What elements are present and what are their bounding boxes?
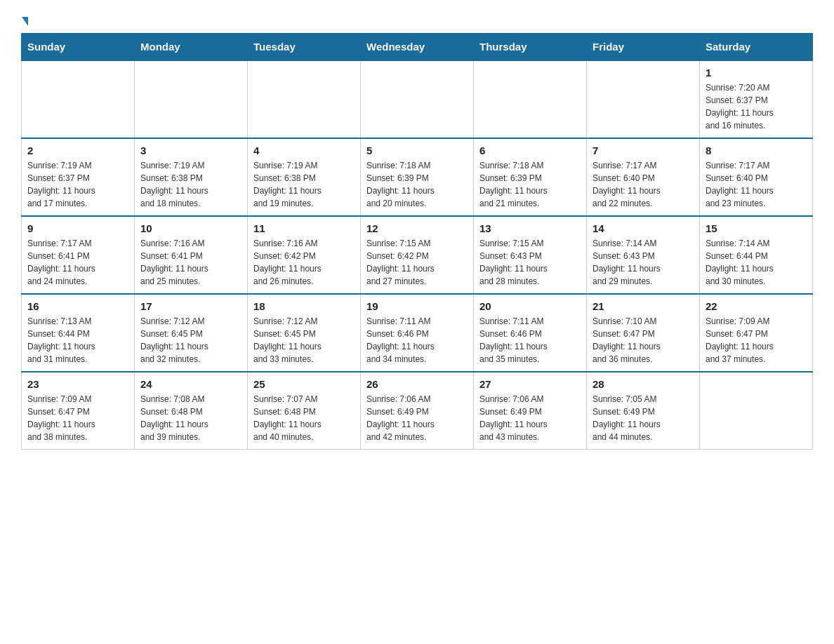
day-info: Sunrise: 7:17 AM Sunset: 6:40 PM Dayligh… (706, 159, 807, 210)
day-number: 15 (706, 222, 807, 234)
day-number: 21 (593, 300, 694, 312)
calendar-cell: 27Sunrise: 7:06 AM Sunset: 6:49 PM Dayli… (474, 372, 587, 450)
calendar-cell: 22Sunrise: 7:09 AM Sunset: 6:47 PM Dayli… (700, 294, 813, 372)
calendar-cell: 1Sunrise: 7:20 AM Sunset: 6:37 PM Daylig… (700, 60, 813, 138)
day-info: Sunrise: 7:17 AM Sunset: 6:40 PM Dayligh… (593, 159, 694, 210)
calendar-cell (474, 60, 587, 138)
day-number: 9 (27, 222, 128, 234)
calendar-cell: 15Sunrise: 7:14 AM Sunset: 6:44 PM Dayli… (700, 216, 813, 294)
day-info: Sunrise: 7:19 AM Sunset: 6:38 PM Dayligh… (140, 159, 241, 210)
calendar-cell: 12Sunrise: 7:15 AM Sunset: 6:42 PM Dayli… (361, 216, 474, 294)
calendar-cell: 28Sunrise: 7:05 AM Sunset: 6:49 PM Dayli… (587, 372, 700, 450)
page-header (21, 14, 813, 26)
day-number: 6 (479, 145, 581, 156)
calendar-cell (587, 60, 700, 138)
calendar-cell: 25Sunrise: 7:07 AM Sunset: 6:48 PM Dayli… (248, 372, 361, 450)
day-number: 10 (140, 222, 241, 234)
day-info: Sunrise: 7:08 AM Sunset: 6:48 PM Dayligh… (140, 393, 241, 443)
day-number: 27 (479, 378, 581, 390)
day-number: 28 (593, 378, 694, 390)
calendar-cell: 4Sunrise: 7:19 AM Sunset: 6:38 PM Daylig… (248, 138, 361, 216)
day-info: Sunrise: 7:12 AM Sunset: 6:45 PM Dayligh… (140, 315, 241, 365)
weekday-header-wednesday: Wednesday (361, 34, 474, 61)
day-number: 22 (706, 300, 807, 312)
calendar-cell: 3Sunrise: 7:19 AM Sunset: 6:38 PM Daylig… (135, 138, 248, 216)
calendar-cell: 7Sunrise: 7:17 AM Sunset: 6:40 PM Daylig… (587, 138, 700, 216)
day-info: Sunrise: 7:14 AM Sunset: 6:43 PM Dayligh… (593, 237, 694, 288)
calendar-cell: 2Sunrise: 7:19 AM Sunset: 6:37 PM Daylig… (22, 138, 135, 216)
day-info: Sunrise: 7:19 AM Sunset: 6:38 PM Dayligh… (253, 159, 355, 210)
calendar-cell (22, 60, 135, 138)
day-info: Sunrise: 7:09 AM Sunset: 6:47 PM Dayligh… (706, 315, 807, 365)
day-info: Sunrise: 7:12 AM Sunset: 6:45 PM Dayligh… (253, 315, 355, 365)
calendar-table: SundayMondayTuesdayWednesdayThursdayFrid… (21, 33, 813, 450)
day-info: Sunrise: 7:17 AM Sunset: 6:41 PM Dayligh… (27, 237, 128, 288)
day-number: 12 (366, 222, 468, 234)
calendar-cell: 16Sunrise: 7:13 AM Sunset: 6:44 PM Dayli… (22, 294, 135, 372)
day-info: Sunrise: 7:11 AM Sunset: 6:46 PM Dayligh… (479, 315, 581, 365)
day-number: 8 (706, 145, 807, 156)
day-info: Sunrise: 7:18 AM Sunset: 6:39 PM Dayligh… (366, 159, 468, 210)
calendar-cell: 23Sunrise: 7:09 AM Sunset: 6:47 PM Dayli… (22, 372, 135, 450)
day-info: Sunrise: 7:06 AM Sunset: 6:49 PM Dayligh… (366, 393, 468, 443)
calendar-cell (700, 372, 813, 450)
logo-triangle-icon (22, 17, 28, 26)
day-info: Sunrise: 7:09 AM Sunset: 6:47 PM Dayligh… (27, 393, 128, 443)
day-info: Sunrise: 7:05 AM Sunset: 6:49 PM Dayligh… (593, 393, 694, 443)
calendar-cell: 11Sunrise: 7:16 AM Sunset: 6:42 PM Dayli… (248, 216, 361, 294)
day-number: 2 (27, 145, 128, 156)
day-info: Sunrise: 7:18 AM Sunset: 6:39 PM Dayligh… (479, 159, 581, 210)
calendar-cell: 17Sunrise: 7:12 AM Sunset: 6:45 PM Dayli… (135, 294, 248, 372)
calendar-cell: 18Sunrise: 7:12 AM Sunset: 6:45 PM Dayli… (248, 294, 361, 372)
day-number: 11 (253, 222, 355, 234)
day-info: Sunrise: 7:19 AM Sunset: 6:37 PM Dayligh… (27, 159, 128, 210)
calendar-cell: 8Sunrise: 7:17 AM Sunset: 6:40 PM Daylig… (700, 138, 813, 216)
day-number: 13 (479, 222, 581, 234)
day-info: Sunrise: 7:16 AM Sunset: 6:42 PM Dayligh… (253, 237, 355, 288)
calendar-cell (135, 60, 248, 138)
day-info: Sunrise: 7:15 AM Sunset: 6:42 PM Dayligh… (366, 237, 468, 288)
day-number: 4 (253, 145, 355, 156)
day-info: Sunrise: 7:10 AM Sunset: 6:47 PM Dayligh… (593, 315, 694, 365)
calendar-cell: 6Sunrise: 7:18 AM Sunset: 6:39 PM Daylig… (474, 138, 587, 216)
calendar-cell: 13Sunrise: 7:15 AM Sunset: 6:43 PM Dayli… (474, 216, 587, 294)
calendar-week-row: 16Sunrise: 7:13 AM Sunset: 6:44 PM Dayli… (22, 294, 813, 372)
day-number: 5 (366, 145, 468, 156)
calendar-cell (361, 60, 474, 138)
day-number: 16 (27, 300, 128, 312)
weekday-header-friday: Friday (587, 34, 700, 61)
weekday-header-tuesday: Tuesday (248, 34, 361, 61)
day-number: 20 (479, 300, 581, 312)
calendar-cell: 20Sunrise: 7:11 AM Sunset: 6:46 PM Dayli… (474, 294, 587, 372)
calendar-cell: 10Sunrise: 7:16 AM Sunset: 6:41 PM Dayli… (135, 216, 248, 294)
day-info: Sunrise: 7:06 AM Sunset: 6:49 PM Dayligh… (479, 393, 581, 443)
day-info: Sunrise: 7:15 AM Sunset: 6:43 PM Dayligh… (479, 237, 581, 288)
day-number: 18 (253, 300, 355, 312)
day-number: 23 (27, 378, 128, 390)
day-number: 24 (140, 378, 241, 390)
calendar-week-row: 2Sunrise: 7:19 AM Sunset: 6:37 PM Daylig… (22, 138, 813, 216)
day-number: 1 (706, 67, 807, 79)
day-info: Sunrise: 7:13 AM Sunset: 6:44 PM Dayligh… (27, 315, 128, 365)
day-info: Sunrise: 7:16 AM Sunset: 6:41 PM Dayligh… (140, 237, 241, 288)
day-info: Sunrise: 7:20 AM Sunset: 6:37 PM Dayligh… (706, 81, 807, 132)
calendar-header-row: SundayMondayTuesdayWednesdayThursdayFrid… (22, 34, 813, 61)
calendar-cell: 19Sunrise: 7:11 AM Sunset: 6:46 PM Dayli… (361, 294, 474, 372)
day-number: 3 (140, 145, 241, 156)
calendar-cell: 14Sunrise: 7:14 AM Sunset: 6:43 PM Dayli… (587, 216, 700, 294)
day-info: Sunrise: 7:14 AM Sunset: 6:44 PM Dayligh… (706, 237, 807, 288)
calendar-cell: 24Sunrise: 7:08 AM Sunset: 6:48 PM Dayli… (135, 372, 248, 450)
calendar-week-row: 23Sunrise: 7:09 AM Sunset: 6:47 PM Dayli… (22, 372, 813, 450)
weekday-header-monday: Monday (135, 34, 248, 61)
day-number: 14 (593, 222, 694, 234)
weekday-header-sunday: Sunday (22, 34, 135, 61)
calendar-week-row: 1Sunrise: 7:20 AM Sunset: 6:37 PM Daylig… (22, 60, 813, 138)
calendar-cell: 21Sunrise: 7:10 AM Sunset: 6:47 PM Dayli… (587, 294, 700, 372)
calendar-week-row: 9Sunrise: 7:17 AM Sunset: 6:41 PM Daylig… (22, 216, 813, 294)
calendar-cell: 26Sunrise: 7:06 AM Sunset: 6:49 PM Dayli… (361, 372, 474, 450)
day-number: 26 (366, 378, 468, 390)
day-number: 17 (140, 300, 241, 312)
day-info: Sunrise: 7:07 AM Sunset: 6:48 PM Dayligh… (253, 393, 355, 443)
calendar-cell: 9Sunrise: 7:17 AM Sunset: 6:41 PM Daylig… (22, 216, 135, 294)
weekday-header-saturday: Saturday (700, 34, 813, 61)
